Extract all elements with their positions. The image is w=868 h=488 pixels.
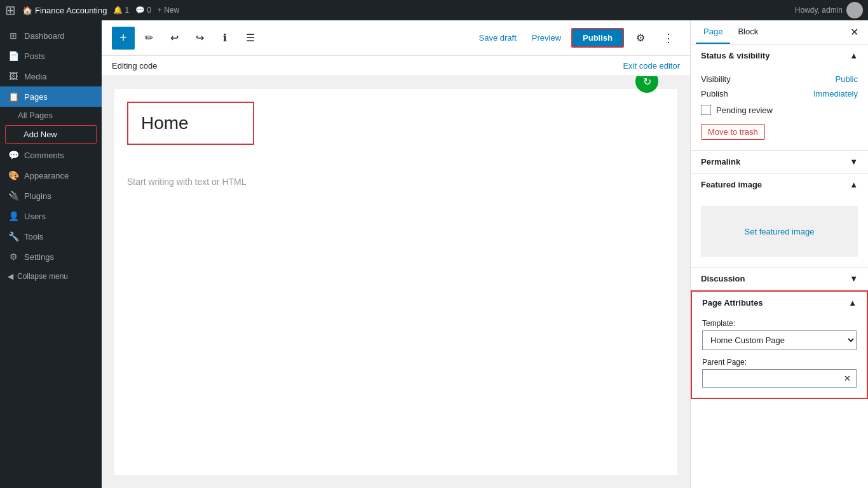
sidebar-item-appearance[interactable]: 🎨 Appearance: [0, 165, 102, 186]
sidebar-item-media[interactable]: 🖼 Media: [0, 66, 102, 86]
pending-review-row: Pending review: [701, 101, 858, 119]
sidebar-item-all-pages[interactable]: All Pages: [0, 107, 102, 124]
settings-sidebar-icon: ⚙: [8, 252, 19, 262]
edit-button[interactable]: ✏: [137, 27, 160, 50]
page-title-block[interactable]: Home: [127, 102, 254, 145]
info-button[interactable]: ℹ: [214, 27, 236, 50]
editor-content: Home ↻ Start writing with text or HTML: [102, 76, 690, 488]
status-visibility-chevron-up-icon: ▲: [850, 51, 858, 60]
page-title-text: Home: [141, 113, 240, 133]
top-bar-right: Howdy, admin: [795, 2, 863, 18]
exit-code-editor-button[interactable]: Exit code editor: [623, 61, 680, 71]
avatar[interactable]: [846, 2, 863, 18]
sidebar: ⊞ Dashboard 📄 Posts 🖼 Media 📋 Pages All …: [0, 20, 102, 488]
visibility-value[interactable]: Public: [836, 74, 858, 84]
add-new-box: Add New: [5, 125, 97, 144]
status-visibility-section: Status & visibility ▲ Visibility Public …: [691, 44, 868, 151]
template-label: Template:: [702, 319, 857, 328]
discussion-header[interactable]: Discussion ▼: [691, 268, 868, 290]
top-bar: ⊞ 🏠 Finance Accounting 🔔 1 💬 0 + New How…: [0, 0, 868, 20]
pending-review-label: Pending review: [716, 105, 773, 115]
collapse-menu-button[interactable]: ◀ Collapse menu: [0, 267, 102, 286]
toolbar-right: Save draft Preview Publish ⚙ ⋮: [474, 27, 680, 50]
pages-icon: 📋: [8, 92, 19, 102]
publish-value[interactable]: Immediately: [813, 89, 858, 98]
comments-icon[interactable]: 💬 0: [135, 6, 151, 15]
settings-button[interactable]: ⚙: [629, 27, 652, 50]
page-attributes-section: Page Attributes ▲ Template: Default Temp…: [691, 290, 868, 399]
sidebar-item-add-new[interactable]: Add New: [6, 126, 96, 143]
tools-icon: 🔧: [8, 231, 19, 241]
panel-close-button[interactable]: ✕: [845, 24, 863, 41]
main-layout: ⊞ Dashboard 📄 Posts 🖼 Media 📋 Pages All …: [0, 20, 868, 488]
notifications-icon[interactable]: 🔔 1: [113, 6, 129, 15]
page-attributes-chevron-up-icon: ▲: [848, 298, 857, 308]
add-block-button[interactable]: +: [112, 27, 135, 50]
set-featured-image-button[interactable]: Set featured image: [701, 206, 858, 257]
parent-page-input[interactable]: ✕: [702, 369, 857, 388]
howdy-text: Howdy, admin: [795, 6, 843, 15]
refresh-icon[interactable]: ↻: [635, 76, 658, 93]
visibility-row: Visibility Public: [701, 72, 858, 86]
featured-image-header[interactable]: Featured image ▲: [691, 173, 868, 196]
preview-button[interactable]: Preview: [527, 29, 566, 46]
undo-button[interactable]: ↩: [163, 27, 186, 50]
top-bar-left: ⊞ 🏠 Finance Accounting 🔔 1 💬 0 + New: [5, 4, 787, 17]
sidebar-item-comments[interactable]: 💬 Comments: [0, 145, 102, 165]
editor-placeholder: Start writing with text or HTML: [127, 170, 665, 193]
visibility-label: Visibility: [701, 74, 731, 84]
save-draft-button[interactable]: Save draft: [474, 29, 522, 46]
sidebar-item-dashboard[interactable]: ⊞ Dashboard: [0, 25, 102, 46]
editor-canvas: Home ↻ Start writing with text or HTML: [114, 89, 677, 475]
discussion-section: Discussion ▼: [691, 268, 868, 290]
page-attributes-title: Page Attributes: [702, 298, 763, 308]
permalink-section: Permalink ▼: [691, 151, 868, 173]
toolbar-left: + ✏ ↩ ↪ ℹ ☰: [112, 27, 471, 50]
new-button[interactable]: + New: [158, 6, 179, 15]
publish-label: Publish: [701, 89, 728, 98]
editor-toolbar: + ✏ ↩ ↪ ℹ ☰ Save draft Preview Publish ⚙…: [102, 20, 690, 56]
move-to-trash-button[interactable]: Move to trash: [701, 124, 765, 140]
right-panel: Page Block ✕ Status & visibility ▲ Visib…: [690, 20, 868, 488]
status-visibility-header[interactable]: Status & visibility ▲: [691, 44, 868, 67]
page-attributes-header[interactable]: Page Attributes ▲: [692, 292, 867, 314]
publish-row: Publish Immediately: [701, 86, 858, 101]
home-icon: 🏠: [22, 6, 32, 15]
list-view-button[interactable]: ☰: [239, 27, 262, 50]
right-panel-tabs: Page Block ✕: [691, 20, 868, 44]
tab-page[interactable]: Page: [696, 20, 730, 44]
sidebar-item-tools[interactable]: 🔧 Tools: [0, 226, 102, 247]
editing-code-bar: Editing code Exit code editor: [102, 56, 690, 76]
collapse-icon: ◀: [8, 272, 13, 281]
publish-button[interactable]: Publish: [571, 28, 624, 48]
featured-image-title: Featured image: [701, 180, 762, 189]
featured-image-content: Set featured image: [691, 196, 868, 267]
users-icon: 👤: [8, 211, 19, 221]
dashboard-icon: ⊞: [8, 30, 19, 41]
sidebar-item-plugins[interactable]: 🔌 Plugins: [0, 186, 102, 206]
page-attributes-content: Template: Default Template Home Custom P…: [692, 314, 867, 398]
canvas-inner[interactable]: Home ↻ Start writing with text or HTML: [114, 89, 677, 343]
comment-icon: 💬: [135, 6, 145, 15]
sidebar-item-posts[interactable]: 📄 Posts: [0, 46, 102, 66]
editor-area: + ✏ ↩ ↪ ℹ ☰ Save draft Preview Publish ⚙…: [102, 20, 690, 488]
template-select[interactable]: Default Template Home Custom Page Full W…: [702, 330, 857, 350]
media-icon: 🖼: [8, 71, 19, 81]
permalink-header[interactable]: Permalink ▼: [691, 151, 868, 173]
redo-button[interactable]: ↪: [188, 27, 211, 50]
sidebar-item-settings[interactable]: ⚙ Settings: [0, 247, 102, 267]
parent-page-label: Parent Page:: [702, 358, 857, 367]
editing-code-label: Editing code: [112, 61, 158, 71]
more-options-button[interactable]: ⋮: [657, 27, 680, 50]
tab-block[interactable]: Block: [730, 20, 766, 44]
parent-page-close-icon[interactable]: ✕: [844, 374, 851, 383]
pending-review-checkbox[interactable]: [701, 105, 711, 115]
sidebar-item-users[interactable]: 👤 Users: [0, 206, 102, 226]
appearance-icon: 🎨: [8, 170, 19, 180]
wp-logo-icon[interactable]: ⊞: [5, 4, 16, 17]
plugins-icon: 🔌: [8, 191, 19, 201]
bell-icon: 🔔: [113, 6, 123, 15]
sidebar-item-pages[interactable]: 📋 Pages: [0, 86, 102, 107]
posts-icon: 📄: [8, 51, 19, 61]
permalink-chevron-icon: ▼: [850, 157, 858, 166]
